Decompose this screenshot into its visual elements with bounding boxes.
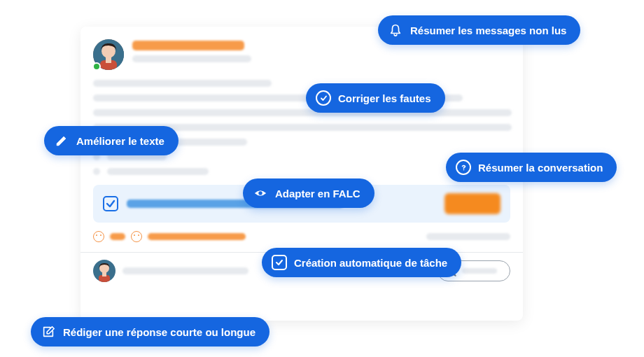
send-label-placeholder bbox=[462, 268, 497, 274]
reaction-count bbox=[148, 233, 246, 240]
eye-icon bbox=[253, 186, 268, 201]
chip-label: Résumer la conversation bbox=[478, 162, 603, 174]
chip-label: Résumer les messages non lus bbox=[410, 24, 566, 36]
chip-improve-text[interactable]: Améliorer le texte bbox=[44, 126, 178, 155]
question-icon bbox=[456, 160, 471, 175]
text-line bbox=[107, 168, 209, 175]
chip-label: Adapter en FALC bbox=[275, 188, 360, 200]
chip-label: Création automatique de tâche bbox=[294, 257, 447, 269]
presence-indicator bbox=[92, 62, 101, 71]
bullet bbox=[93, 168, 100, 175]
chip-summarize-unread[interactable]: Résumer les messages non lus bbox=[378, 15, 580, 45]
text-line bbox=[93, 109, 512, 116]
meta-placeholder bbox=[132, 55, 251, 62]
svg-rect-3 bbox=[106, 57, 111, 63]
chip-draft-reply[interactable]: Rédiger une réponse courte ou longue bbox=[31, 317, 270, 346]
magnify-check-icon bbox=[316, 90, 331, 106]
emoji-frown-icon[interactable] bbox=[131, 231, 142, 242]
task-checkbox[interactable] bbox=[103, 196, 118, 211]
chip-summarize-convo[interactable]: Résumer la conversation bbox=[446, 153, 617, 182]
chip-adapt-falc[interactable]: Adapter en FALC bbox=[243, 178, 374, 208]
reply-input-placeholder[interactable] bbox=[122, 267, 248, 274]
chip-label: Rédiger une réponse courte ou longue bbox=[63, 326, 255, 338]
chip-auto-task[interactable]: Création automatique de tâche bbox=[262, 248, 461, 277]
compose-icon bbox=[41, 324, 56, 340]
task-action-button[interactable] bbox=[444, 193, 500, 214]
bell-icon bbox=[388, 22, 403, 38]
check-square-icon bbox=[272, 255, 287, 270]
pencil-icon bbox=[54, 133, 69, 148]
svg-point-10 bbox=[258, 191, 262, 195]
meta-placeholder bbox=[426, 233, 510, 240]
chip-label: Améliorer le texte bbox=[76, 135, 164, 147]
chip-fix-mistakes[interactable]: Corriger les fautes bbox=[306, 83, 445, 113]
self-avatar[interactable] bbox=[93, 260, 115, 282]
reaction-count bbox=[110, 233, 125, 240]
emoji-smile-icon[interactable] bbox=[93, 231, 104, 242]
chip-label: Corriger les fautes bbox=[338, 92, 431, 104]
author-name-placeholder bbox=[132, 41, 244, 50]
author-avatar[interactable] bbox=[93, 39, 124, 70]
svg-rect-7 bbox=[102, 272, 106, 276]
reactions-row bbox=[93, 231, 510, 242]
text-line bbox=[93, 80, 272, 87]
